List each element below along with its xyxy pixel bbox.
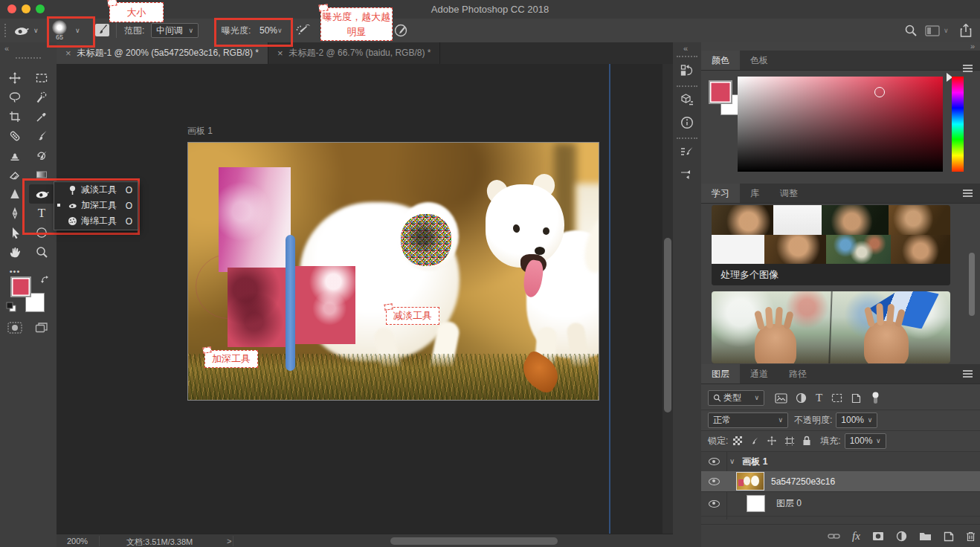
history-brush-tool[interactable] [29, 146, 54, 165]
filter-smart-objects-icon[interactable] [851, 393, 861, 404]
eyedropper-tool[interactable] [29, 107, 54, 126]
screen-mode-button[interactable] [29, 318, 54, 337]
flyout-item-sponge-tool[interactable]: 海绵工具 O [54, 213, 138, 229]
brush-size-picker[interactable]: 65 ∨ [51, 20, 88, 41]
tab-swatches[interactable]: 色板 [740, 51, 778, 70]
document-size-info[interactable]: 文档:3.51M/3.38M [126, 537, 193, 547]
canvas-image[interactable]: 加深工具 减淡工具 [187, 142, 599, 401]
tab-color[interactable]: 颜色 [701, 51, 740, 70]
close-icon[interactable]: × [65, 48, 71, 59]
filter-type-layers-icon[interactable]: T [816, 392, 822, 404]
properties-panel-icon[interactable] [676, 90, 698, 111]
opacity-dropdown[interactable]: 100% ∨ [836, 412, 877, 428]
hand-tool[interactable] [2, 242, 28, 262]
range-dropdown[interactable]: 中间调 ∨ [151, 23, 199, 38]
delete-layer-icon[interactable] [966, 531, 976, 542]
layer-row-image[interactable]: 5a547250e3c16 [701, 471, 980, 492]
layer-filter-type-dropdown[interactable]: 类型 ∨ [708, 390, 764, 406]
pressure-size-toggle-button[interactable] [393, 22, 409, 39]
share-icon[interactable] [959, 23, 973, 38]
new-layer-icon[interactable] [944, 531, 954, 542]
new-group-icon[interactable] [919, 531, 932, 541]
collapse-panels-button[interactable]: » [970, 42, 974, 51]
color-field-marker[interactable] [874, 87, 885, 97]
artboard-label[interactable]: 画板 1 [187, 125, 213, 137]
learn-card-multiple-images[interactable]: 处理多个图像 [712, 205, 950, 285]
tab-paths[interactable]: 路径 [778, 364, 817, 383]
lock-artboard-icon[interactable] [784, 436, 795, 446]
tab-channels[interactable]: 通道 [740, 364, 778, 383]
collapse-tooldock-button[interactable]: « [4, 44, 8, 53]
close-icon[interactable]: × [277, 48, 283, 59]
swap-colors-icon[interactable] [40, 275, 51, 285]
gradient-tool[interactable] [29, 165, 54, 184]
quick-mask-button[interactable] [2, 318, 28, 337]
flyout-item-burn-tool[interactable]: 加深工具 O [54, 198, 138, 213]
ellipse-tool[interactable] [29, 223, 54, 242]
brush-tool[interactable] [29, 126, 54, 146]
dodge-tool[interactable] [29, 184, 54, 204]
learn-card-hands[interactable] [712, 291, 950, 363]
tab-learn[interactable]: 学习 [701, 184, 740, 203]
flyout-item-dodge-tool[interactable]: 减淡工具 O [54, 182, 138, 198]
path-selection-tool[interactable] [2, 223, 28, 242]
foreground-color-swatch[interactable] [10, 276, 31, 297]
status-more-arrow[interactable]: > [227, 537, 231, 546]
panel-menu-icon[interactable] [963, 373, 973, 375]
vertical-scrollbar-thumb[interactable] [664, 238, 671, 412]
fill-dropdown[interactable]: 100% ∨ [845, 433, 886, 449]
add-layer-mask-icon[interactable] [872, 531, 884, 541]
type-tool[interactable]: T [29, 204, 54, 223]
document-tab-2[interactable]: × 未标题-2 @ 66.7% (baidu, RGB/8) * [268, 42, 441, 64]
link-layers-icon[interactable] [828, 532, 840, 540]
new-adjustment-layer-icon[interactable] [896, 531, 907, 542]
eraser-tool[interactable] [2, 165, 28, 184]
visibility-eye-icon[interactable] [709, 458, 720, 465]
horizontal-scrollbar-thumb[interactable] [390, 537, 558, 545]
workspace-switcher[interactable]: ∨ [925, 25, 949, 36]
canvas-viewport[interactable]: 画板 1 [57, 64, 673, 534]
brushes-panel-icon[interactable] [676, 164, 698, 185]
lock-position-icon[interactable] [767, 436, 777, 446]
crop-tool[interactable] [2, 107, 28, 126]
saturation-brightness-field[interactable] [738, 77, 943, 172]
spot-healing-brush-tool[interactable] [2, 126, 28, 146]
zoom-level[interactable]: 200% [67, 537, 88, 546]
visibility-eye-icon[interactable] [709, 500, 720, 508]
clone-stamp-tool[interactable] [2, 146, 28, 165]
panel-scrollbar-thumb[interactable] [969, 253, 975, 316]
panel-menu-icon[interactable] [963, 68, 973, 69]
brush-settings-panel-icon[interactable] [676, 142, 698, 163]
hue-slider[interactable] [952, 77, 964, 172]
history-panel-icon[interactable] [676, 60, 698, 81]
layer-styles-icon[interactable]: fx [852, 530, 860, 543]
quick-selection-tool[interactable] [29, 88, 54, 107]
layer-row-layer0[interactable]: 图层 0 [701, 491, 980, 517]
document-tab-1[interactable]: × 未标题-1 @ 200% (5a547250e3c16, RGB/8) * [57, 42, 268, 64]
lock-all-icon[interactable] [802, 436, 811, 446]
airbrush-toggle-button[interactable] [294, 23, 311, 38]
filter-adjustment-layers-icon[interactable] [796, 392, 807, 404]
pen-tool[interactable] [2, 204, 28, 223]
move-tool[interactable] [2, 68, 28, 88]
tab-layers[interactable]: 图层 [701, 364, 740, 383]
chevron-down-icon[interactable]: ∨ [729, 458, 735, 465]
tab-adjust[interactable]: 调整 [770, 184, 808, 203]
sharpen-tool[interactable] [2, 184, 28, 204]
tool-preset-picker[interactable]: ∨ [13, 22, 39, 39]
panel-menu-icon[interactable] [963, 192, 973, 194]
filter-shape-layers-icon[interactable] [831, 393, 842, 403]
blend-mode-dropdown[interactable]: 正常 ∨ [708, 412, 788, 428]
filter-pixel-layers-icon[interactable] [775, 393, 787, 404]
lock-image-pixels-icon[interactable] [749, 436, 759, 446]
lasso-tool[interactable] [2, 88, 28, 107]
zoom-tool[interactable] [29, 242, 54, 262]
info-panel-icon[interactable] [676, 112, 698, 133]
lock-transparent-pixels-icon[interactable] [733, 436, 742, 445]
brush-settings-toggle-button[interactable] [95, 24, 109, 36]
tab-library[interactable]: 库 [740, 184, 770, 203]
search-icon[interactable] [904, 24, 918, 37]
rectangular-marquee-tool[interactable] [29, 68, 54, 88]
visibility-eye-icon[interactable] [709, 478, 720, 485]
default-colors-icon[interactable] [6, 302, 16, 312]
